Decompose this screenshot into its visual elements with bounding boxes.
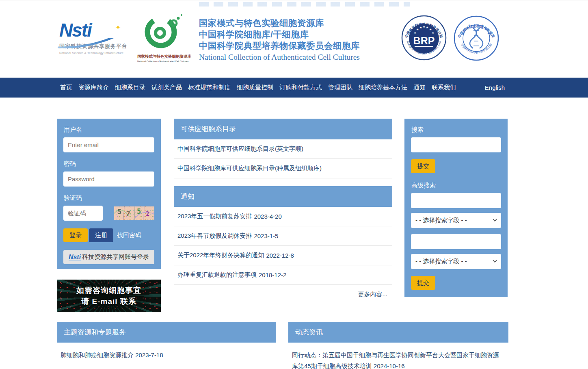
notices-title: 通知 (181, 192, 195, 201)
notices-section: 通知 2023年五一假期前复苏安排 2023-4-20 2023年春节放假及调休… (174, 186, 392, 298)
search-field-select-1[interactable]: - - 选择搜索字段 - - (411, 213, 501, 228)
notice-date: 2023-4-20 (254, 213, 281, 220)
more-content-link[interactable]: 更多内容... (174, 285, 392, 298)
nav-item-culture-methods[interactable]: 细胞培养基本方法 (359, 84, 407, 91)
dna-seal-logo: 中国科学院生物遗传资源库 ★ ★ ★ ★ ★ ★ 中国科学院战略生物资源计划 (453, 15, 499, 63)
nav-item-ordering-payment[interactable]: 订购和付款方式 (279, 84, 322, 91)
captcha-image[interactable]: 5 7 5 2 (114, 206, 154, 220)
nav-item-quality-control[interactable]: 细胞质量控制 (237, 84, 273, 91)
svg-text:★: ★ (486, 27, 488, 30)
search-label: 搜索 (411, 126, 501, 134)
search-input[interactable] (411, 137, 501, 152)
login-panel: 用户名 密码 验证码 5 7 5 2 登录 (57, 119, 161, 269)
catalog-section: 可供应细胞系目录 中国科学院细胞库可供应细胞系目录(英文字顺) 中国科学院细胞库… (174, 119, 392, 178)
svg-text:★: ★ (416, 28, 419, 31)
nsti-mini-logo: Nsti (69, 254, 81, 260)
captcha-label: 验证码 (64, 194, 154, 202)
notice-link[interactable]: 办理重复汇款退款的注意事项 2018-12-2 (174, 265, 392, 285)
login-button[interactable]: 登录 (63, 228, 88, 242)
password-input[interactable] (63, 171, 154, 187)
forgot-password-link[interactable]: 找回密码 (117, 232, 141, 239)
language-switch-english[interactable]: English (485, 84, 505, 91)
catalog-link[interactable]: 中国科学院细胞库可供应细胞系目录(种属及组织顺序) (174, 159, 392, 178)
nsti-subtitle-zh: 国家科技资源共享服务平台 (59, 43, 132, 50)
nsti-wordmark: Nsti ✦ (59, 21, 132, 39)
captcha-digit: 5 (117, 208, 121, 216)
captcha-digit: 2 (145, 210, 150, 218)
catalog-section-header: 可供应细胞系目录 (174, 119, 392, 139)
news-section: 动态资讯 同行动态：第五届中国干细胞与再生医学协同创新平台大会暨国家干细胞资源库… (288, 322, 508, 369)
catalog-link[interactable]: 中国科学院细胞库可供应细胞系目录(英文字顺) (174, 139, 392, 159)
nacc-subtitle-zh: 国家模式与特色实验细胞资源库 (137, 54, 188, 59)
advanced-search-input-2[interactable] (411, 234, 501, 249)
news-section-header: 动态资讯 (288, 322, 508, 343)
news-link[interactable]: 同行动态：第五届中国干细胞与再生医学协同创新平台大会暨国家干细胞资源库第45期干… (288, 343, 508, 369)
username-input[interactable] (63, 137, 154, 152)
svg-text:★: ★ (462, 32, 465, 35)
brp-seal-logo: 中国科学院战略生物资源计划 ★ ★ ★ ★ ★ ★ ★ BRP Biologic… (401, 15, 447, 62)
select-value: - - 选择搜索字段 - - (415, 217, 467, 224)
password-label: 密码 (64, 160, 154, 168)
notice-text: 办理重复汇款退款的注意事项 (177, 271, 257, 279)
nsti-account-login-button[interactable]: Nsti 科技资源共享网账号登录 (63, 250, 154, 264)
brp-center-text: BRP (413, 35, 435, 46)
page: Nsti ✦ 国家科技资源共享服务平台 National Science & T… (0, 0, 588, 369)
notice-link[interactable]: 2023年春节放假及调休安排 2023-1-5 (174, 226, 392, 246)
catalog-link-text: 中国科学院细胞库可供应细胞系目录(种属及组织顺序) (177, 165, 322, 172)
chevron-down-icon (492, 217, 497, 223)
site-title-line2: 中国科学院细胞库/干细胞库 (199, 29, 360, 40)
site-title-english: National Collection of Authenticated Cel… (199, 53, 360, 62)
site-title-line1: 国家模式与特色实验细胞资源库 (199, 17, 360, 29)
svg-text:★: ★ (468, 24, 470, 26)
register-button[interactable]: 注册 (89, 228, 113, 242)
svg-text:★: ★ (487, 32, 490, 35)
nav-item-notices[interactable]: 通知 (413, 84, 426, 91)
nav-item-contact[interactable]: 联系我们 (432, 84, 456, 91)
topics-section: 主题资源和专题服务 肺细胞和肺癌细胞资源推介 2023-7-18 (57, 322, 276, 366)
topics-title: 主题资源和专题服务 (64, 328, 126, 337)
nsti-wordmark-text: Nsti (59, 20, 91, 41)
notice-text: 关于2022年年终财务决算的通知 (177, 252, 264, 259)
email-contact-banner[interactable]: 如需咨询细胞事宜 请 E-mail 联系 (57, 280, 161, 312)
chevron-down-icon (492, 258, 497, 264)
banner-line2: 请 E-mail 联系 (81, 296, 136, 307)
notice-date: 2018-12-2 (259, 271, 286, 278)
search-panel: 搜索 提交 高级搜索 - - 选择搜索字段 - - - - 选择搜索字段 - -… (404, 119, 508, 297)
notice-link[interactable]: 2023年五一假期前复苏安排 2023-4-20 (174, 207, 392, 226)
nav-item-reagents[interactable]: 试剂类产品 (151, 84, 182, 91)
topic-date: 2023-7-18 (135, 352, 163, 358)
site-title-line3: 中国科学院典型培养物保藏委员会细胞库 (199, 40, 360, 52)
notice-text: 2023年春节放假及调休安排 (177, 232, 252, 240)
nacc-logo: 国家模式与特色实验细胞资源库 National Collection of Au… (137, 13, 188, 63)
nav-item-about[interactable]: 资源库简介 (78, 84, 109, 91)
advanced-search-input-1[interactable] (411, 193, 501, 208)
nav-item-standards[interactable]: 标准规范和制度 (188, 84, 231, 91)
svg-text:★: ★ (423, 25, 425, 28)
captcha-input[interactable] (63, 206, 103, 221)
svg-text:★: ★ (482, 24, 484, 26)
nav-item-cell-catalog[interactable]: 细胞系目录 (115, 84, 145, 91)
site-title: 国家模式与特色实验细胞资源库 中国科学院细胞库/干细胞库 中国科学院典型培养物保… (199, 17, 360, 62)
nacc-logo-icon (141, 13, 184, 52)
advanced-search-submit-button[interactable]: 提交 (411, 276, 435, 290)
search-submit-button[interactable]: 提交 (411, 159, 435, 173)
notice-text: 2023年五一假期前复苏安排 (177, 213, 252, 220)
topics-section-header: 主题资源和专题服务 (57, 322, 276, 343)
username-label: 用户名 (64, 126, 154, 134)
svg-text:★: ★ (429, 28, 432, 31)
nav-item-team[interactable]: 管理团队 (328, 84, 352, 91)
search-field-select-2[interactable]: - - 选择搜索字段 - - (411, 254, 501, 269)
topic-link[interactable]: 肺细胞和肺癌细胞资源推介 2023-7-18 (57, 343, 276, 366)
catalog-link-text: 中国科学院细胞库可供应细胞系目录(英文字顺) (177, 145, 303, 153)
nsti-account-login-label: 科技资源共享网账号登录 (82, 253, 149, 261)
svg-text:★: ★ (419, 26, 422, 29)
nsti-logo: Nsti ✦ 国家科技资源共享服务平台 National Science & T… (59, 21, 132, 55)
notice-date: 2022-12-8 (266, 252, 294, 259)
select-value: - - 选择搜索字段 - - (415, 258, 467, 265)
nsti-subtitle-en: National Science & Technology Infrastruc… (59, 51, 132, 55)
notice-link[interactable]: 关于2022年年终财务决算的通知 2022-12-8 (174, 246, 392, 265)
banner-line1: 如需咨询细胞事宜 (76, 285, 141, 296)
advanced-search-label: 高级搜索 (411, 182, 501, 189)
nav-item-home[interactable]: 首页 (60, 84, 72, 91)
svg-text:★: ★ (464, 27, 466, 30)
